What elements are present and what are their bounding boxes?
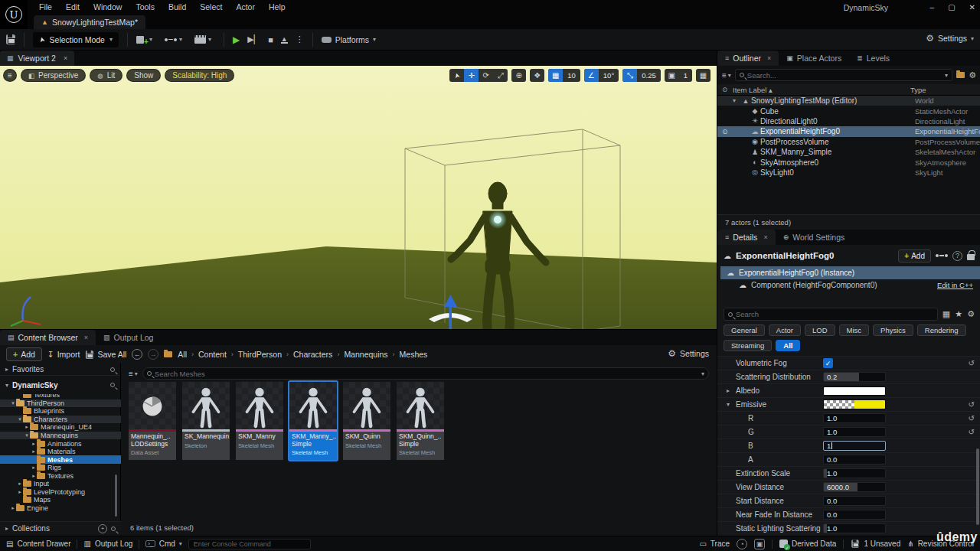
close-icon[interactable]: ×: [64, 54, 67, 62]
tab-place-actors[interactable]: ▣ Place Actors: [779, 51, 849, 66]
search-icon[interactable]: [110, 383, 115, 387]
asset-tile[interactable]: SKM_QuinnSkeletal Mesh: [343, 382, 390, 460]
unreal-logo[interactable]: U: [0, 0, 28, 29]
breadcrumb-item[interactable]: All: [178, 350, 187, 359]
save-all-button[interactable]: Save All: [85, 350, 126, 360]
filter-chip-lod[interactable]: LOD: [805, 324, 835, 336]
filter-icon[interactable]: ≡▾: [129, 370, 138, 378]
show-dropdown[interactable]: Show: [126, 69, 161, 82]
instance-row[interactable]: ☁ ExponentialHeightFog0 (Instance): [720, 266, 980, 279]
tab-output-log[interactable]: ▥ Output Log: [96, 330, 161, 345]
reset-to-default-icon[interactable]: ↺: [969, 400, 978, 409]
back-button[interactable]: ←: [132, 349, 142, 360]
visibility-eye-icon[interactable]: ⊙: [722, 128, 733, 135]
scale-tool-button[interactable]: ⤢: [493, 69, 508, 82]
minimize-button[interactable]: –: [930, 3, 935, 11]
asset-tile[interactable]: SKM_MannySkeletal Mesh: [236, 382, 283, 460]
menu-file[interactable]: File: [32, 0, 59, 15]
folder-tree-row[interactable]: ▾Characters: [0, 416, 121, 424]
forward-button[interactable]: →: [148, 349, 158, 360]
details-settings-icon[interactable]: ⚙: [967, 309, 975, 319]
grid-snap-icon[interactable]: ▦: [548, 69, 563, 82]
add-collection-icon[interactable]: +: [98, 524, 107, 533]
expander-icon[interactable]: ▾: [727, 401, 733, 408]
expander-icon[interactable]: ▾: [24, 432, 30, 439]
blueprints-button[interactable]: ▾: [165, 36, 182, 43]
details-scrollbar[interactable]: [976, 448, 979, 525]
value-field-editing[interactable]: 1: [823, 441, 886, 451]
details-search[interactable]: [724, 308, 938, 321]
breadcrumb-item[interactable]: Meshes: [400, 350, 428, 359]
folder-tree-row[interactable]: ▸Materials: [0, 448, 121, 456]
type-header[interactable]: Type: [910, 86, 976, 94]
expander-icon[interactable]: ▸: [727, 387, 733, 394]
value-field[interactable]: 1.0: [823, 413, 886, 423]
save-icon[interactable]: [6, 34, 15, 44]
camera-speed-value[interactable]: 1: [679, 71, 692, 80]
grid-snap-value[interactable]: 10: [563, 71, 580, 80]
skip-button[interactable]: ▶▏: [247, 34, 260, 44]
value-field[interactable]: 0.0: [823, 496, 886, 506]
outliner-settings-icon[interactable]: ⚙: [969, 70, 976, 80]
filter-chip-general[interactable]: General: [724, 324, 765, 336]
stop-button[interactable]: ■: [268, 35, 273, 44]
close-icon[interactable]: ×: [763, 233, 767, 241]
folder-tree-row[interactable]: Blueprints: [0, 407, 121, 416]
camera-speed-icon[interactable]: ▣: [665, 69, 679, 82]
console-command-input[interactable]: [188, 539, 311, 549]
reset-to-default-icon[interactable]: ↺: [969, 428, 978, 436]
folder-tree-row[interactable]: ▾Mannequins: [0, 432, 121, 440]
menu-select[interactable]: Select: [193, 0, 229, 15]
rotation-snap-icon[interactable]: ∠: [584, 69, 599, 82]
value-field[interactable]: 6000.0: [823, 482, 886, 492]
value-field[interactable]: 0.0: [823, 455, 886, 465]
outliner-row[interactable]: ☀DirectionalLight0DirectionalLight: [717, 116, 980, 126]
filter-chip-misc[interactable]: Misc: [839, 324, 870, 336]
cinematics-button[interactable]: ▾: [194, 35, 211, 44]
menu-help[interactable]: Help: [262, 0, 292, 15]
expander-icon[interactable]: ▾: [17, 416, 23, 422]
world-local-toggle[interactable]: ⊕: [511, 69, 526, 82]
menu-window[interactable]: Window: [87, 0, 129, 15]
blueprint-icon[interactable]: [936, 254, 948, 257]
component-row[interactable]: ☁ Component (HeightFogComponent0) Edit i…: [719, 279, 979, 291]
maximize-button[interactable]: ▢: [948, 3, 955, 11]
details-search-input[interactable]: [736, 310, 933, 318]
perspective-dropdown[interactable]: ◧Perspective: [21, 69, 86, 82]
surface-snap-button[interactable]: ❖: [530, 69, 544, 82]
tab-world-settings[interactable]: ⊕ World Settings: [776, 230, 853, 245]
outliner-row[interactable]: ▾▲SnowyLightingTestMap (Editor)World: [717, 96, 980, 106]
new-folder-icon[interactable]: [956, 72, 965, 78]
chevron-down-icon[interactable]: ▾: [945, 72, 948, 79]
viewport-tab[interactable]: ▦ Viewport 2 ×: [0, 51, 74, 66]
folder-tree-row[interactable]: ▸LevelPrototyping: [0, 488, 121, 497]
menu-actor[interactable]: Actor: [229, 0, 262, 15]
breadcrumb-item[interactable]: Content: [198, 350, 227, 359]
display-options-icon[interactable]: ▦: [942, 309, 950, 319]
filter-icon[interactable]: ≡▾: [722, 71, 731, 80]
value-field[interactable]: 1.0: [823, 468, 886, 478]
tab-content-browser[interactable]: ▤ Content Browser ×: [0, 330, 96, 345]
outliner-row[interactable]: ◆CubeStaticMeshActor: [717, 106, 980, 116]
selection-mode-dropdown[interactable]: ➤ Selection Mode ▾: [33, 32, 119, 47]
insights-icon[interactable]: ◔: [737, 539, 747, 549]
filter-chip-all[interactable]: All: [776, 340, 800, 351]
derived-data-button[interactable]: Derived Data: [779, 540, 836, 548]
search-icon[interactable]: [111, 527, 116, 531]
color-swatch-emissive[interactable]: [823, 399, 886, 409]
asset-search-input[interactable]: [155, 370, 698, 378]
asset-tile[interactable]: SKM_Manny_..SimpleSkeletal Mesh: [289, 382, 337, 460]
add-button[interactable]: + Add: [6, 347, 42, 361]
outliner-row[interactable]: ◎SkyLight0SkyLight: [717, 168, 980, 178]
asset-search[interactable]: ▾: [142, 367, 709, 380]
play-options-icon[interactable]: ⋮: [296, 34, 304, 44]
visibility-column-icon[interactable]: ⊙: [722, 86, 733, 93]
folder-tree-row[interactable]: ▸Animations: [0, 439, 121, 448]
outliner-row[interactable]: ⊙☁ExponentialHeightFog0ExponentialHeight…: [717, 126, 980, 136]
scale-snap-value[interactable]: 0.25: [637, 71, 661, 80]
screenshot-icon[interactable]: ▣: [754, 539, 765, 549]
tab-outliner[interactable]: ≡ Outliner ×: [717, 51, 779, 66]
expander-icon[interactable]: ▸: [31, 441, 37, 447]
asset-tile[interactable]: SK_MannequinSkeleton: [182, 382, 230, 460]
chevron-down-icon[interactable]: ▾: [701, 370, 704, 377]
